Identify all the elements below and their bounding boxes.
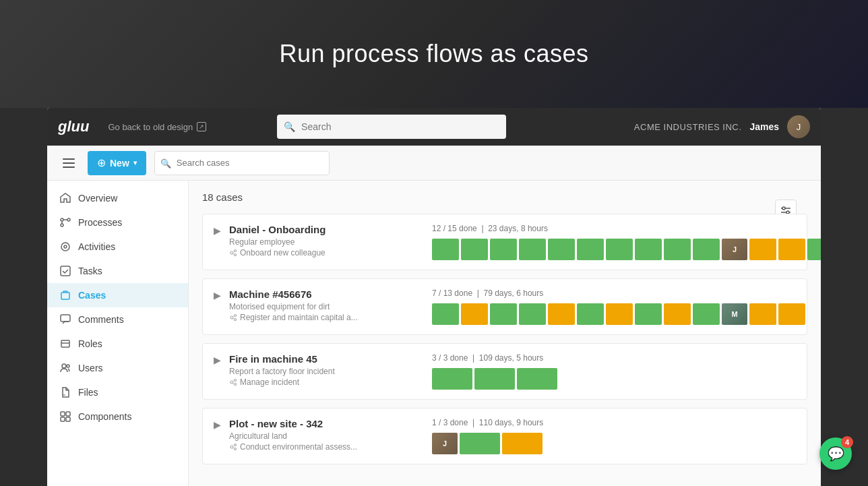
bar-block (461, 239, 488, 260)
bar-block (519, 239, 546, 260)
svg-rect-15 (61, 412, 65, 416)
case-title: Daniel - Onboarding (229, 224, 424, 235)
bar-block (693, 239, 720, 260)
svg-point-29 (235, 315, 237, 317)
sidebar-item-files[interactable]: Files (47, 380, 188, 404)
sidebar-item-comments[interactable]: Comments (47, 307, 188, 332)
cases-count: 18 cases (202, 191, 807, 203)
svg-point-6 (64, 245, 67, 248)
bar-block (461, 303, 488, 325)
svg-point-5 (61, 243, 69, 251)
hamburger-line (63, 158, 75, 160)
case-info: Daniel - Onboarding Regular employee Onb… (229, 224, 424, 257)
case-assignee-avatar: M (722, 303, 747, 325)
svg-point-28 (230, 316, 233, 319)
bar-block (778, 303, 805, 325)
chat-bubble-button[interactable]: 💬 4 (819, 437, 852, 470)
bar-block (635, 239, 662, 260)
case-expand-chevron[interactable]: ▶ (214, 355, 221, 365)
case-expand-chevron[interactable]: ▶ (214, 225, 221, 236)
case-stats: 3 / 3 done | 109 days, 5 hours (432, 353, 796, 363)
sub-nav: ⊕ New ▾ 🔍 (47, 146, 821, 181)
search-cases-input[interactable] (154, 151, 330, 175)
case-process: Manage incident (229, 377, 424, 387)
sidebar-item-users[interactable]: Users (47, 356, 188, 380)
company-name: ACME INDUSTRIES INC. (634, 122, 742, 132)
case-assignee-avatar: J (432, 433, 458, 454)
case-subtitle: Motorised equipment for dirt (229, 302, 424, 311)
bar-block (490, 239, 517, 260)
app-container: gluu Go back to old design ↗ 🔍 ACME INDU… (47, 108, 821, 486)
sidebar-label-components: Components (78, 411, 131, 422)
top-nav: gluu Go back to old design ↗ 🔍 ACME INDU… (47, 108, 821, 146)
bar-block (606, 239, 633, 260)
sidebar-label-roles: Roles (78, 338, 102, 349)
bar-block (807, 239, 821, 260)
bar-block (778, 239, 805, 260)
go-back-link[interactable]: Go back to old design ↗ (108, 122, 206, 132)
search-input[interactable] (277, 115, 506, 139)
new-button[interactable]: ⊕ New ▾ (88, 151, 146, 175)
hero-title: Run process flows as cases (279, 40, 588, 68)
search-cases-icon: 🔍 (160, 158, 171, 168)
svg-rect-8 (61, 293, 69, 299)
hero-section: Run process flows as cases (0, 0, 868, 108)
cases-icon (59, 289, 71, 301)
hamburger-line (63, 166, 75, 168)
sidebar-item-roles[interactable]: Roles (47, 332, 188, 356)
avatar[interactable]: J (787, 115, 810, 138)
case-process: Register and maintain capital a... (229, 313, 424, 322)
comments-icon (59, 313, 71, 326)
avatar-image: J (432, 433, 458, 454)
svg-point-0 (61, 218, 63, 221)
plus-icon: ⊕ (97, 156, 106, 169)
hamburger-button[interactable] (58, 152, 80, 174)
main-layout: Overview Processes (47, 181, 821, 486)
case-stats: 1 / 3 done | 110 days, 9 hours (432, 418, 796, 427)
case-title: Plot - new site - 342 (229, 418, 424, 429)
go-back-label: Go back to old design (108, 122, 193, 132)
global-search[interactable]: 🔍 (277, 115, 506, 139)
svg-point-36 (235, 448, 237, 450)
svg-point-30 (235, 319, 237, 321)
case-expand-chevron[interactable]: ▶ (214, 290, 221, 301)
bar-block (432, 303, 459, 325)
chat-badge: 4 (841, 436, 853, 448)
home-icon (59, 192, 71, 204)
search-icon: 🔍 (284, 121, 295, 132)
sidebar-item-tasks[interactable]: Tasks (47, 259, 188, 283)
sidebar-item-components[interactable]: Components (47, 404, 188, 429)
case-subtitle: Regular employee (229, 237, 424, 247)
svg-point-31 (230, 381, 233, 384)
content-area: 18 cases ▶ Daniel - Onboarding (189, 181, 821, 486)
bar-block (664, 239, 691, 260)
svg-point-27 (235, 254, 237, 256)
bar-block (749, 239, 776, 260)
svg-point-33 (235, 384, 237, 386)
case-subtitle: Agricultural land (229, 431, 424, 441)
sidebar-label-cases: Cases (78, 290, 106, 301)
activities-icon (59, 241, 71, 253)
avatar-image: J (722, 239, 747, 260)
sidebar-item-processes[interactable]: Processes (47, 210, 188, 235)
progress-bar: J (432, 239, 796, 260)
sidebar-item-overview[interactable]: Overview (47, 186, 188, 210)
progress-bar: J (432, 433, 796, 454)
search-cases[interactable]: 🔍 (154, 151, 330, 175)
case-stats: 7 / 13 done | 79 days, 6 hours (432, 288, 796, 298)
files-icon (59, 386, 71, 398)
case-right: 1 / 3 done | 110 days, 9 hours J (432, 418, 796, 454)
case-expand-chevron[interactable]: ▶ (214, 419, 221, 430)
bar-block (474, 368, 515, 390)
sidebar-item-activities[interactable]: Activities (47, 235, 188, 259)
user-name: James (749, 121, 779, 132)
bar-block (548, 303, 575, 325)
sidebar-item-cases[interactable]: Cases (47, 283, 188, 307)
bar-block (460, 433, 500, 454)
case-item: ▶ Daniel - Onboarding Regular employee O… (202, 214, 807, 270)
bar-block (432, 239, 459, 260)
case-info: Machine #456676 Motorised equipment for … (229, 288, 424, 322)
sidebar-label-comments: Comments (78, 314, 124, 325)
bar-block (606, 303, 633, 325)
svg-rect-18 (66, 417, 70, 421)
